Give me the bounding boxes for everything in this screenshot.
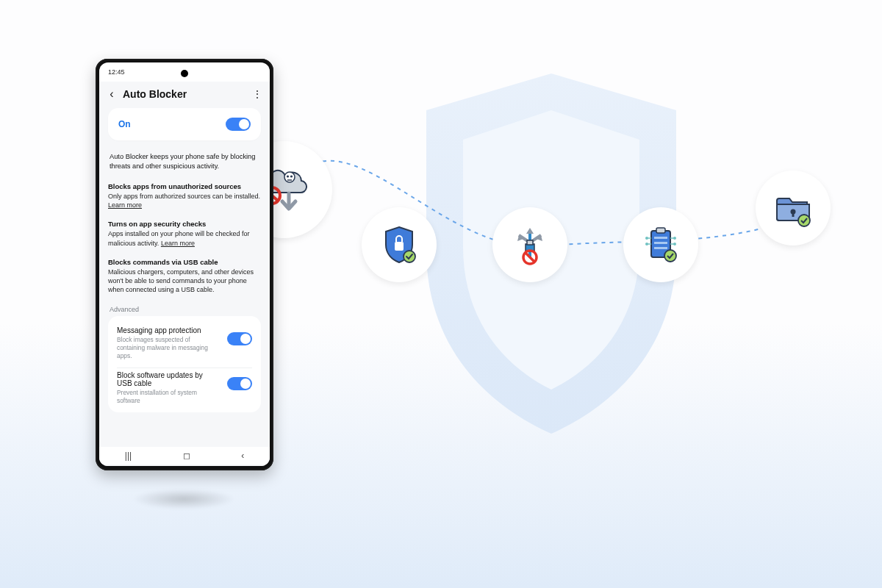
more-icon[interactable]: ⋮ [252, 88, 262, 100]
feature-secure-folder [756, 171, 831, 245]
section-heading: Turns on app security checks [108, 215, 261, 228]
feature-clipboard-check [623, 207, 698, 282]
section-body: Only apps from authorized sources can be… [108, 190, 261, 215]
secure-folder-icon [770, 185, 816, 231]
master-toggle[interactable] [226, 118, 251, 131]
svg-rect-12 [654, 242, 667, 244]
phone-frame: 12:45 ‹ Auto Blocker ⋮ On Auto Blocker k… [96, 59, 273, 470]
svg-point-0 [284, 172, 295, 182]
recents-icon[interactable]: ||| [125, 451, 132, 461]
advanced-title: Block software updates by USB cable [117, 371, 220, 387]
section-heading: Blocks commands via USB cable [108, 254, 261, 266]
android-nav-bar: ||| ◻ ‹ [99, 447, 270, 465]
feature-shield-lock [362, 207, 437, 282]
svg-rect-10 [656, 228, 665, 233]
block-usb-updates-toggle[interactable] [227, 377, 252, 390]
learn-more-link[interactable]: Learn more [108, 201, 142, 209]
learn-more-link[interactable]: Learn more [161, 240, 195, 247]
svg-rect-20 [792, 212, 795, 217]
svg-point-5 [404, 251, 415, 262]
usb-block-icon [507, 222, 553, 268]
back-icon[interactable]: ‹ [107, 87, 117, 101]
section-body: Apps installed on your phone will be che… [108, 228, 261, 253]
on-label: On [118, 119, 131, 129]
svg-point-1 [287, 175, 289, 177]
advanced-subtitle: Prevent installation of system software [117, 389, 220, 405]
camera-punch-hole [181, 70, 188, 77]
advanced-title: Messaging app protection [117, 326, 220, 334]
section-heading: Blocks apps from unauthorized sources [108, 178, 261, 190]
phone-screen: 12:45 ‹ Auto Blocker ⋮ On Auto Blocker k… [99, 62, 270, 466]
svg-point-2 [290, 175, 293, 177]
advanced-card: Messaging app protection Block images su… [108, 316, 261, 412]
status-time: 12:45 [108, 68, 125, 76]
advanced-row-block-usb-updates[interactable]: Block software updates by USB cable Prev… [117, 368, 252, 412]
svg-point-21 [798, 215, 810, 226]
messaging-protection-toggle[interactable] [227, 332, 252, 345]
phone-shadow [132, 489, 235, 509]
page-title: Auto Blocker [123, 88, 252, 100]
section-body: Malicious chargers, computers, and other… [108, 266, 261, 300]
back-nav-icon[interactable]: ‹ [241, 451, 244, 461]
svg-rect-11 [654, 237, 667, 239]
svg-rect-7 [527, 240, 533, 245]
advanced-subtitle: Block images suspected of containing mal… [117, 336, 220, 360]
feature-usb-block [492, 207, 567, 282]
svg-rect-4 [395, 242, 404, 251]
advanced-row-messaging-protection[interactable]: Messaging app protection Block images su… [117, 323, 252, 368]
intro-text: Auto Blocker keeps your phone safe by bl… [108, 148, 261, 178]
home-icon[interactable]: ◻ [183, 451, 190, 461]
master-toggle-card[interactable]: On [108, 108, 261, 140]
shield-lock-check-icon [377, 223, 421, 267]
advanced-label: Advanced [108, 300, 261, 316]
svg-rect-13 [654, 247, 667, 249]
app-bar: ‹ Auto Blocker ⋮ [99, 82, 270, 108]
svg-point-18 [664, 250, 676, 262]
clipboard-check-icon [638, 222, 684, 268]
